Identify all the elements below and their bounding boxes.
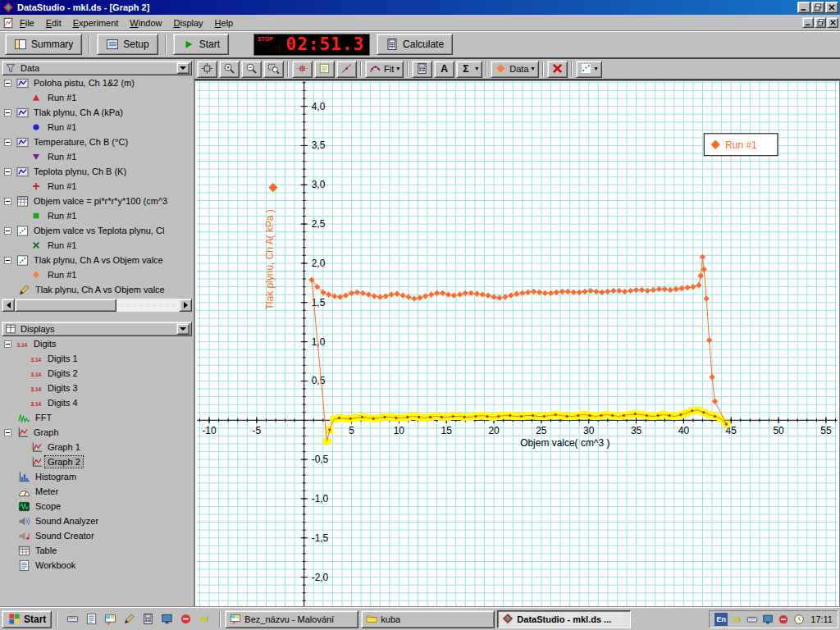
taskbar-clock[interactable]: 17:11 [810,614,833,624]
scroll-right-button[interactable] [179,299,192,312]
data-item-objem-valce-pi-r-r-y-100-cm-3[interactable]: Objem valce = pi*r*r*y*100 (cm^3 [2,194,192,208]
graph-tool-scale-to-fit[interactable] [197,61,217,78]
tray-clock-icon[interactable] [792,613,806,626]
summary-button[interactable]: Summary [5,34,82,55]
quicklaunch-workbook[interactable] [83,611,99,628]
chart[interactable]: -10-55101520253035404550554,03,53,02,52,… [195,81,839,606]
graph-tool-remove[interactable] [547,61,568,78]
task-button-bez-n-zvu-malov-n[interactable]: Bez_názvu - Malování [225,610,358,628]
data-item-run-1[interactable]: Run #1 [2,179,192,194]
minimize-button[interactable] [797,2,810,13]
menu-display[interactable]: Display [168,16,209,30]
quicklaunch-pencil[interactable] [121,611,137,628]
expand-toggle[interactable] [4,109,11,116]
tray-shield-red[interactable] [777,613,790,626]
graph-tool-zoom-select[interactable] [263,61,284,78]
display-item-workbook[interactable]: Workbook [2,558,192,573]
tray-speaker[interactable] [730,613,743,626]
expand-toggle[interactable] [4,168,11,176]
data-item-temperature-ch-b-c[interactable]: Temperature, Ch B (°C) [2,135,192,149]
graph-area[interactable]: -10-55101520253035404550554,03,53,02,52,… [194,80,840,607]
data-item-teplota-plynu-ch-b-k[interactable]: Teplota plynu, Ch B (K) [2,164,192,179]
display-item-digits-1[interactable]: 3.14Digits 1 [2,351,192,366]
display-item-meter[interactable]: Meter [2,484,192,499]
expand-toggle[interactable] [4,257,11,264]
menu-window[interactable]: Window [124,16,167,30]
displays-panel-header[interactable]: Displays [2,322,192,336]
expand-toggle[interactable] [4,80,11,87]
menu-help[interactable]: Help [209,16,240,30]
child-minimize-button[interactable] [802,17,814,28]
data-item-tlak-plynu-ch-a-vs-objem-valce[interactable]: Tlak plynu, Ch A vs Objem valce [2,253,192,267]
graph-tool-slope-tool[interactable] [336,61,357,78]
expand-toggle[interactable] [4,198,11,205]
setup-button[interactable]: Setup [97,34,158,55]
menu-edit[interactable]: Edit [40,16,67,30]
data-item-run-1[interactable]: Run #1 [2,238,192,253]
data-tree-hscrollbar[interactable] [2,299,192,312]
expand-toggle[interactable] [4,139,11,146]
display-item-digits-3[interactable]: 3.14Digits 3 [2,381,192,395]
child-restore-button[interactable] [815,17,826,28]
display-item-sound-analyzer[interactable]: Sound Analyzer [2,514,192,528]
child-window-icon[interactable] [2,16,14,29]
data-item-run-1[interactable]: Run #1 [2,149,192,164]
quicklaunch-monitor[interactable] [158,611,175,628]
tray-key-icon[interactable] [746,613,759,626]
data-item-poloha-pistu-ch-1-2-m[interactable]: Poloha pistu, Ch 1&2 (m) [2,75,192,90]
close-button[interactable] [825,2,838,13]
display-item-graph-1[interactable]: Graph 1 [2,440,192,454]
graph-tool-smart-tool[interactable] [292,61,313,78]
quicklaunch-key-icon[interactable] [64,611,80,628]
display-item-digits-2[interactable]: 3.14Digits 2 [2,366,192,381]
scrollbar-track[interactable] [15,299,179,312]
display-item-digits-4[interactable]: 3.14Digits 4 [2,395,192,410]
display-item-histogram[interactable]: Histogram [2,469,192,484]
data-panel-dropdown-button[interactable] [176,62,189,74]
display-item-sound-creator[interactable]: Sound Creator [2,528,192,543]
graph-tool-calculate[interactable] [412,61,432,78]
expand-toggle[interactable] [4,340,11,348]
expand-toggle[interactable] [4,429,11,436]
data-item-tlak-plynu-ch-a-vs-objem-valce[interactable]: Tlak plynu, Ch A vs Objem valce [2,282,192,297]
display-item-digits[interactable]: 3.14Digits [2,336,192,351]
graph-tool-fit-menu[interactable]: Fit▾ [365,61,404,78]
panel-splitter[interactable] [2,312,192,322]
quicklaunch-paint[interactable] [102,611,118,628]
menu-experiment[interactable]: Experiment [67,16,125,30]
expand-toggle[interactable] [4,227,11,235]
scrollbar-thumb[interactable] [15,299,116,312]
child-close-button[interactable] [827,17,838,28]
start-menu-button[interactable]: Start [2,610,52,628]
data-panel-header[interactable]: Data [2,61,192,75]
data-item-run-1[interactable]: Run #1 [2,90,192,105]
task-button-kuba[interactable]: kuba [361,610,495,628]
display-item-graph[interactable]: Graph [2,425,192,440]
restore-button[interactable] [811,2,824,13]
displays-panel-dropdown-button[interactable] [176,323,189,335]
quicklaunch-calculator[interactable] [139,611,156,628]
graph-tool-zoom-in[interactable] [219,61,240,78]
display-item-table[interactable]: Table [2,543,192,558]
menu-file[interactable]: File [14,16,40,30]
graph-tool-graph-options[interactable]: ▾ [576,61,602,78]
graph-tool-statistics[interactable]: Σ▾ [456,61,482,78]
graph-tool-data-menu[interactable]: Data▾ [491,61,538,78]
display-item-scope[interactable]: Scope [2,499,192,514]
scroll-left-button[interactable] [2,299,15,312]
display-item-graph-2[interactable]: Graph 2 [2,454,192,469]
calculate-button[interactable]: Calculate [377,34,453,55]
data-item-run-1[interactable]: Run #1 [2,208,192,223]
data-item-run-1[interactable]: Run #1 [2,120,192,135]
data-item-run-1[interactable]: Run #1 [2,267,192,282]
quicklaunch-shield-red[interactable] [177,611,194,628]
graph-tool-note-tool[interactable] [314,61,335,78]
tray-monitor[interactable] [761,613,774,626]
task-button-datastudio-mkl-ds[interactable]: DataStudio - mkl.ds ... [497,610,631,628]
data-item-objem-valce-vs-teplota-plynu-cl[interactable]: Objem valce vs Teplota plynu, Cl [2,223,192,238]
quicklaunch-speaker[interactable] [196,611,212,628]
language-indicator[interactable]: En [714,613,728,626]
start-button[interactable]: Start [173,34,229,55]
display-item-fft[interactable]: FFT [2,410,192,425]
data-item-tlak-plynu-ch-a-kpa[interactable]: Tlak plynu, Ch A (kPa) [2,105,192,120]
